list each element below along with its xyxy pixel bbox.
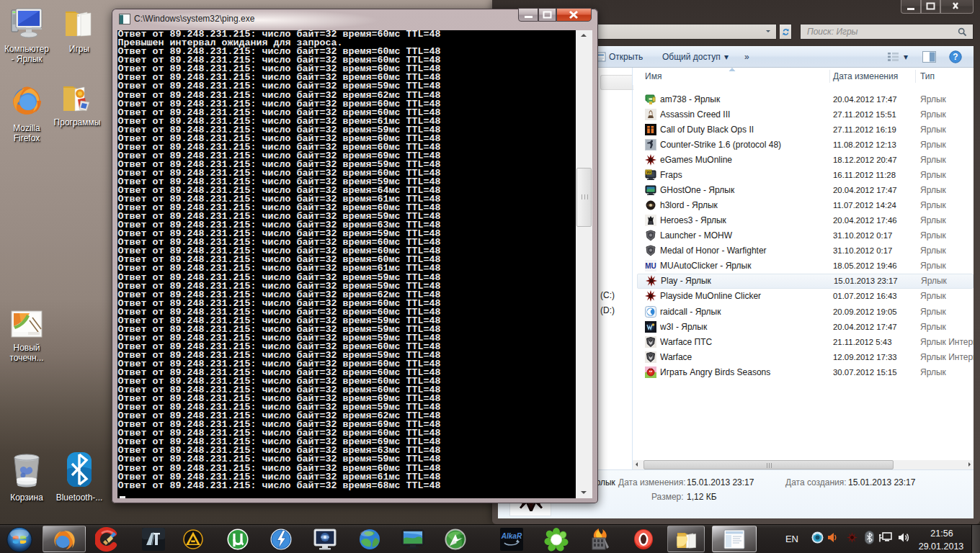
svg-text:?: ? <box>953 52 958 62</box>
svg-text:AlkaR: AlkaR <box>501 532 522 540</box>
svg-text:MU: MU <box>645 262 656 270</box>
svg-text:99: 99 <box>646 170 651 174</box>
